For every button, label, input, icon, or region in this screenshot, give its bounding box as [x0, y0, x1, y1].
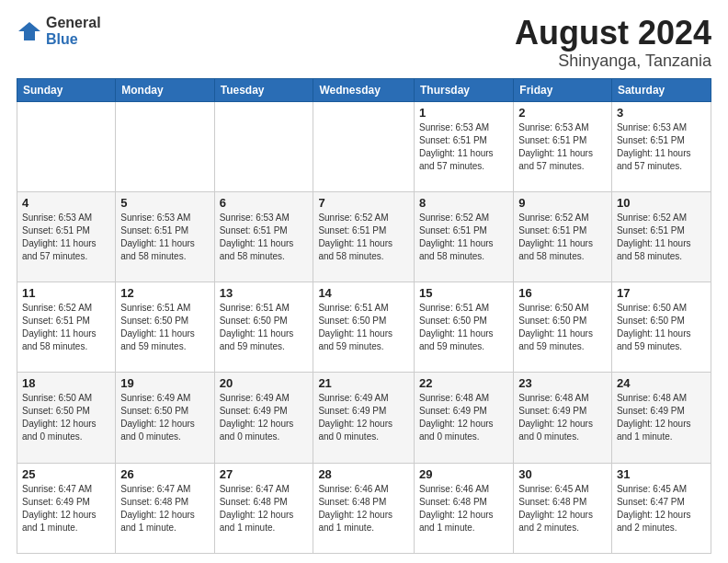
day-info: Sunrise: 6:49 AM Sunset: 6:50 PM Dayligh… — [120, 392, 209, 443]
day-info: Sunrise: 6:47 AM Sunset: 6:48 PM Dayligh… — [120, 483, 209, 534]
table-row: 7Sunrise: 6:52 AM Sunset: 6:51 PM Daylig… — [313, 191, 415, 282]
day-info: Sunrise: 6:52 AM Sunset: 6:51 PM Dayligh… — [518, 212, 607, 263]
day-number: 10 — [617, 196, 706, 210]
table-row: 12Sunrise: 6:51 AM Sunset: 6:50 PM Dayli… — [116, 282, 214, 373]
day-info: Sunrise: 6:50 AM Sunset: 6:50 PM Dayligh… — [617, 302, 706, 353]
table-row — [116, 101, 214, 191]
logo-general-text: General — [46, 15, 101, 31]
day-number: 29 — [419, 467, 508, 481]
day-number: 2 — [518, 106, 607, 120]
day-info: Sunrise: 6:49 AM Sunset: 6:49 PM Dayligh… — [318, 392, 409, 443]
table-row: 2Sunrise: 6:53 AM Sunset: 6:51 PM Daylig… — [514, 101, 612, 191]
day-info: Sunrise: 6:53 AM Sunset: 6:51 PM Dayligh… — [419, 121, 508, 173]
table-row: 20Sunrise: 6:49 AM Sunset: 6:49 PM Dayli… — [214, 373, 313, 463]
day-info: Sunrise: 6:52 AM Sunset: 6:51 PM Dayligh… — [419, 212, 508, 263]
calendar-week-row: 11Sunrise: 6:52 AM Sunset: 6:51 PM Dayli… — [17, 282, 711, 373]
table-row: 19Sunrise: 6:49 AM Sunset: 6:50 PM Dayli… — [116, 373, 214, 463]
day-info: Sunrise: 6:49 AM Sunset: 6:49 PM Dayligh… — [220, 392, 309, 443]
day-number: 26 — [120, 467, 209, 481]
table-row: 25Sunrise: 6:47 AM Sunset: 6:49 PM Dayli… — [17, 463, 116, 553]
table-row: 15Sunrise: 6:51 AM Sunset: 6:50 PM Dayli… — [414, 282, 513, 373]
col-tuesday: Tuesday — [214, 78, 313, 101]
col-wednesday: Wednesday — [313, 78, 415, 101]
table-row: 18Sunrise: 6:50 AM Sunset: 6:50 PM Dayli… — [17, 373, 116, 463]
day-info: Sunrise: 6:51 AM Sunset: 6:50 PM Dayligh… — [120, 302, 209, 353]
day-number: 17 — [617, 286, 706, 300]
table-row: 10Sunrise: 6:52 AM Sunset: 6:51 PM Dayli… — [611, 191, 711, 282]
day-number: 21 — [318, 376, 409, 390]
table-row: 22Sunrise: 6:48 AM Sunset: 6:49 PM Dayli… — [414, 373, 513, 463]
calendar-week-row: 1Sunrise: 6:53 AM Sunset: 6:51 PM Daylig… — [17, 101, 711, 191]
day-number: 28 — [318, 467, 409, 481]
table-row: 29Sunrise: 6:46 AM Sunset: 6:48 PM Dayli… — [414, 463, 513, 553]
day-info: Sunrise: 6:48 AM Sunset: 6:49 PM Dayligh… — [617, 392, 706, 443]
day-info: Sunrise: 6:53 AM Sunset: 6:51 PM Dayligh… — [518, 121, 607, 173]
day-number: 13 — [220, 286, 309, 300]
day-info: Sunrise: 6:46 AM Sunset: 6:48 PM Dayligh… — [318, 483, 409, 534]
day-number: 7 — [318, 196, 409, 210]
day-info: Sunrise: 6:52 AM Sunset: 6:51 PM Dayligh… — [22, 302, 110, 353]
title-block: August 2024 Shinyanga, Tanzania — [515, 15, 711, 71]
col-monday: Monday — [116, 78, 214, 101]
day-info: Sunrise: 6:47 AM Sunset: 6:49 PM Dayligh… — [22, 483, 110, 534]
day-info: Sunrise: 6:53 AM Sunset: 6:51 PM Dayligh… — [120, 212, 209, 263]
day-info: Sunrise: 6:48 AM Sunset: 6:49 PM Dayligh… — [518, 392, 607, 443]
logo-icon — [17, 18, 42, 44]
table-row: 27Sunrise: 6:47 AM Sunset: 6:48 PM Dayli… — [214, 463, 313, 553]
table-row: 3Sunrise: 6:53 AM Sunset: 6:51 PM Daylig… — [611, 101, 711, 191]
table-row — [214, 101, 313, 191]
day-number: 22 — [419, 376, 508, 390]
table-row: 17Sunrise: 6:50 AM Sunset: 6:50 PM Dayli… — [611, 282, 711, 373]
page: General Blue August 2024 Shinyanga, Tanz… — [0, 0, 728, 563]
calendar-location: Shinyanga, Tanzania — [515, 52, 711, 71]
day-info: Sunrise: 6:48 AM Sunset: 6:49 PM Dayligh… — [419, 392, 508, 443]
table-row — [313, 101, 415, 191]
calendar-week-row: 18Sunrise: 6:50 AM Sunset: 6:50 PM Dayli… — [17, 373, 711, 463]
calendar-week-row: 4Sunrise: 6:53 AM Sunset: 6:51 PM Daylig… — [17, 191, 711, 282]
day-number: 24 — [617, 376, 706, 390]
day-number: 25 — [22, 467, 110, 481]
logo-text: General Blue — [46, 15, 101, 47]
table-row: 4Sunrise: 6:53 AM Sunset: 6:51 PM Daylig… — [17, 191, 116, 282]
day-info: Sunrise: 6:50 AM Sunset: 6:50 PM Dayligh… — [518, 302, 607, 353]
day-info: Sunrise: 6:53 AM Sunset: 6:51 PM Dayligh… — [617, 121, 706, 173]
day-number: 12 — [120, 286, 209, 300]
day-number: 6 — [220, 196, 309, 210]
day-number: 3 — [617, 106, 706, 120]
table-row: 9Sunrise: 6:52 AM Sunset: 6:51 PM Daylig… — [514, 191, 612, 282]
day-number: 8 — [419, 196, 508, 210]
day-number: 19 — [120, 376, 209, 390]
table-row: 23Sunrise: 6:48 AM Sunset: 6:49 PM Dayli… — [514, 373, 612, 463]
day-number: 20 — [220, 376, 309, 390]
table-row: 21Sunrise: 6:49 AM Sunset: 6:49 PM Dayli… — [313, 373, 415, 463]
table-row: 1Sunrise: 6:53 AM Sunset: 6:51 PM Daylig… — [414, 101, 513, 191]
day-info: Sunrise: 6:51 AM Sunset: 6:50 PM Dayligh… — [318, 302, 409, 353]
day-info: Sunrise: 6:53 AM Sunset: 6:51 PM Dayligh… — [220, 212, 309, 263]
table-row: 11Sunrise: 6:52 AM Sunset: 6:51 PM Dayli… — [17, 282, 116, 373]
table-row: 5Sunrise: 6:53 AM Sunset: 6:51 PM Daylig… — [116, 191, 214, 282]
col-friday: Friday — [514, 78, 612, 101]
table-row: 14Sunrise: 6:51 AM Sunset: 6:50 PM Dayli… — [313, 282, 415, 373]
day-number: 14 — [318, 286, 409, 300]
day-number: 16 — [518, 286, 607, 300]
table-row: 24Sunrise: 6:48 AM Sunset: 6:49 PM Dayli… — [611, 373, 711, 463]
table-row: 28Sunrise: 6:46 AM Sunset: 6:48 PM Dayli… — [313, 463, 415, 553]
header: General Blue August 2024 Shinyanga, Tanz… — [17, 15, 711, 71]
col-sunday: Sunday — [17, 78, 116, 101]
day-info: Sunrise: 6:45 AM Sunset: 6:47 PM Dayligh… — [617, 483, 706, 534]
day-number: 4 — [22, 196, 110, 210]
table-row: 6Sunrise: 6:53 AM Sunset: 6:51 PM Daylig… — [214, 191, 313, 282]
day-number: 23 — [518, 376, 607, 390]
day-info: Sunrise: 6:52 AM Sunset: 6:51 PM Dayligh… — [318, 212, 409, 263]
col-thursday: Thursday — [414, 78, 513, 101]
day-number: 31 — [617, 467, 706, 481]
header-row: Sunday Monday Tuesday Wednesday Thursday… — [17, 78, 711, 101]
day-info: Sunrise: 6:45 AM Sunset: 6:48 PM Dayligh… — [518, 483, 607, 534]
day-number: 30 — [518, 467, 607, 481]
day-number: 5 — [120, 196, 209, 210]
day-info: Sunrise: 6:50 AM Sunset: 6:50 PM Dayligh… — [22, 392, 110, 443]
day-info: Sunrise: 6:51 AM Sunset: 6:50 PM Dayligh… — [419, 302, 508, 353]
day-number: 11 — [22, 286, 110, 300]
calendar-week-row: 25Sunrise: 6:47 AM Sunset: 6:49 PM Dayli… — [17, 463, 711, 553]
table-row: 26Sunrise: 6:47 AM Sunset: 6:48 PM Dayli… — [116, 463, 214, 553]
